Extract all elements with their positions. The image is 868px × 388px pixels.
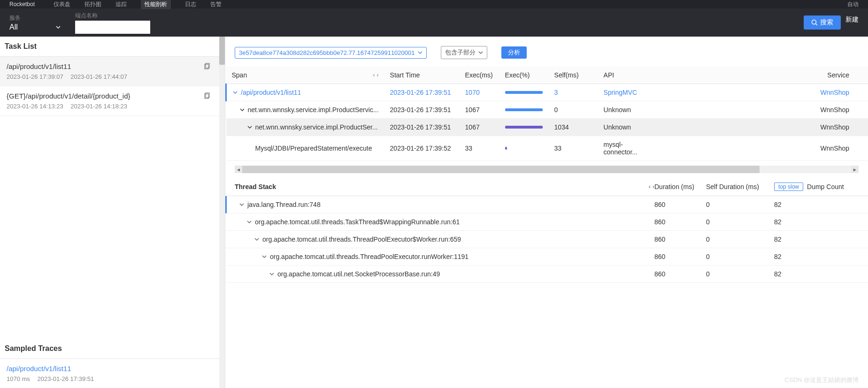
- search-label: 搜索: [820, 18, 833, 27]
- chevron-down-icon[interactable]: [246, 219, 252, 225]
- nav-topology[interactable]: 拓扑图: [84, 0, 101, 8]
- stack-row[interactable]: org.apache.tomcat.util.net.SocketProcess…: [225, 266, 868, 283]
- nav-dashboard[interactable]: 仪表盘: [54, 0, 70, 8]
- stack-duration: 860: [654, 201, 706, 208]
- scroll-track[interactable]: [242, 166, 851, 173]
- stack-dump: 82: [774, 218, 859, 226]
- auto-label: 自动: [847, 0, 859, 8]
- endpoint-label: 端点名称: [75, 12, 150, 20]
- span-row[interactable]: Mysql/JDBI/PreparedStatement/execute 202…: [226, 136, 868, 161]
- service-filter[interactable]: 服务 All: [9, 14, 61, 31]
- filter-bar: 服务 All 端点名称 搜索 新建: [0, 8, 868, 37]
- scroll-thumb[interactable]: [219, 37, 225, 65]
- chevron-down-icon[interactable]: [261, 254, 267, 259]
- span-exec-ms: 33: [460, 136, 499, 161]
- chevron-down-icon[interactable]: [269, 271, 275, 277]
- search-button[interactable]: 搜索: [804, 15, 841, 30]
- copy-icon[interactable]: [203, 62, 211, 70]
- col-dump-count: top slow Dump Count: [774, 183, 859, 191]
- span-service: WnnShop: [659, 119, 868, 136]
- span-api: Unknown: [598, 101, 659, 119]
- span-name: Mysql/JDBI/PreparedStatement/execute: [232, 145, 379, 152]
- stack-duration: 860: [654, 253, 706, 260]
- top-nav: Rocketbot 仪表盘 拓扑图 追踪 性能剖析 日志 告警 自动: [0, 0, 868, 8]
- endpoint-input[interactable]: [75, 21, 150, 34]
- include-mode-select[interactable]: 包含子部分: [441, 46, 487, 59]
- stack-dump: 82: [774, 201, 859, 208]
- span-name: /api/product/v1/list11: [232, 89, 379, 96]
- span-exec-ms: 1067: [460, 119, 499, 136]
- col-execpct: Exec(%): [499, 67, 549, 84]
- create-button[interactable]: 新建: [845, 15, 859, 30]
- col-start: Start Time: [384, 67, 460, 84]
- stack-name: org.apache.tomcat.util.threads.TaskThrea…: [236, 218, 654, 226]
- span-start: 2023-01-26 17:39:51: [384, 119, 460, 136]
- trace-id-select[interactable]: 3e57dea8ce774a308d282c695bbb0e72.77.1674…: [235, 47, 427, 59]
- chevron-down-icon[interactable]: [254, 236, 260, 242]
- stack-duration: 860: [654, 270, 706, 278]
- stack-row[interactable]: org.apache.tomcat.util.threads.ThreadPoo…: [225, 231, 868, 248]
- h-scrollbar[interactable]: ◄ ►: [235, 166, 859, 173]
- sidebar-scrollbar[interactable]: [219, 37, 225, 388]
- trace-id: 3e57dea8ce774a308d282c695bbb0e72.77.1674…: [239, 49, 415, 56]
- trace-item[interactable]: /api/product/v1/list11 1070 ms 2023-01-2…: [0, 359, 225, 388]
- span-exec-bar: [499, 84, 549, 101]
- span-start: 2023-01-26 17:39:51: [384, 84, 460, 101]
- nav-alarm[interactable]: 告警: [210, 0, 222, 8]
- span-self-ms: 0: [549, 101, 598, 119]
- scroll-thumb[interactable]: [242, 166, 760, 173]
- span-row[interactable]: net.wnn.wnnsky.service.impl.ProductSer..…: [226, 119, 868, 136]
- span-table: Span‹ › Start Time Exec(ms) Exec(%) Self…: [225, 67, 868, 161]
- sampled-traces-title: Sampled Traces: [0, 339, 225, 359]
- svg-line-1: [816, 24, 818, 26]
- span-start: 2023-01-26 17:39:51: [384, 101, 460, 119]
- copy-icon[interactable]: [203, 92, 211, 100]
- resize-icon[interactable]: ‹ ›: [649, 183, 654, 190]
- analyze-button[interactable]: 分析: [501, 46, 527, 59]
- stack-row[interactable]: org.apache.tomcat.util.threads.TaskThrea…: [225, 213, 868, 231]
- col-thread-stack: Thread Stack‹ ›: [235, 183, 654, 190]
- stack-self: 0: [706, 218, 774, 226]
- scroll-left-icon[interactable]: ◄: [235, 166, 242, 173]
- span-exec-bar: [499, 136, 549, 161]
- task-item[interactable]: /api/product/v1/list11 2023-01-26 17:39:…: [0, 57, 225, 86]
- span-row[interactable]: net.wnn.wnnsky.service.impl.ProductServi…: [226, 101, 868, 119]
- stack-name: java.lang.Thread.run:748: [236, 201, 654, 208]
- task-times: 2023-01-26 14:13:23 2023-01-26 14:18:23: [7, 103, 218, 110]
- service-select[interactable]: All: [9, 23, 61, 31]
- task-item[interactable]: {GET}/api/product/v1/detail/{product_id}…: [0, 86, 225, 116]
- top-slow-tag[interactable]: top slow: [774, 183, 803, 191]
- span-exec-bar: [499, 101, 549, 119]
- span-service: WnnShop: [659, 84, 868, 101]
- task-list-title: Task List: [0, 37, 225, 57]
- service-label: 服务: [9, 14, 61, 22]
- stack-dump: 82: [774, 253, 859, 260]
- trace-meta: 1070 ms 2023-01-26 17:39:51: [7, 375, 218, 382]
- stack-row[interactable]: org.apache.tomcat.util.threads.ThreadPoo…: [225, 248, 868, 266]
- stack-dump: 82: [774, 236, 859, 243]
- content: 3e57dea8ce774a308d282c695bbb0e72.77.1674…: [225, 37, 868, 388]
- trace-title: /api/product/v1/list11: [7, 365, 218, 373]
- stack-row[interactable]: java.lang.Thread.run:748 860 0 82: [225, 196, 868, 213]
- nav-log[interactable]: 日志: [185, 0, 196, 8]
- col-span: Span‹ ›: [226, 67, 384, 84]
- chevron-down-icon: [478, 50, 483, 55]
- span-row[interactable]: /api/product/v1/list11 2023-01-26 17:39:…: [226, 84, 868, 101]
- chevron-down-icon[interactable]: [239, 107, 245, 113]
- trace-toolbar: 3e57dea8ce774a308d282c695bbb0e72.77.1674…: [225, 46, 868, 67]
- chevron-down-icon: [418, 50, 422, 55]
- chevron-down-icon[interactable]: [232, 90, 238, 95]
- span-exec-bar: [499, 119, 549, 136]
- chevron-down-icon[interactable]: [247, 124, 253, 130]
- resize-icon[interactable]: ‹ ›: [373, 71, 378, 78]
- stack-name: org.apache.tomcat.util.threads.ThreadPoo…: [236, 253, 654, 260]
- stack-dump: 82: [774, 270, 859, 278]
- scroll-right-icon[interactable]: ►: [851, 166, 859, 173]
- stack-name: org.apache.tomcat.util.net.SocketProcess…: [236, 270, 654, 278]
- span-start: 2023-01-26 17:39:52: [384, 136, 460, 161]
- nav-profile[interactable]: 性能剖析: [141, 0, 171, 9]
- nav-trace[interactable]: 追踪: [115, 0, 127, 8]
- chevron-down-icon[interactable]: [239, 202, 245, 207]
- brand: Rocketbot: [9, 1, 35, 8]
- search-icon: [811, 19, 818, 26]
